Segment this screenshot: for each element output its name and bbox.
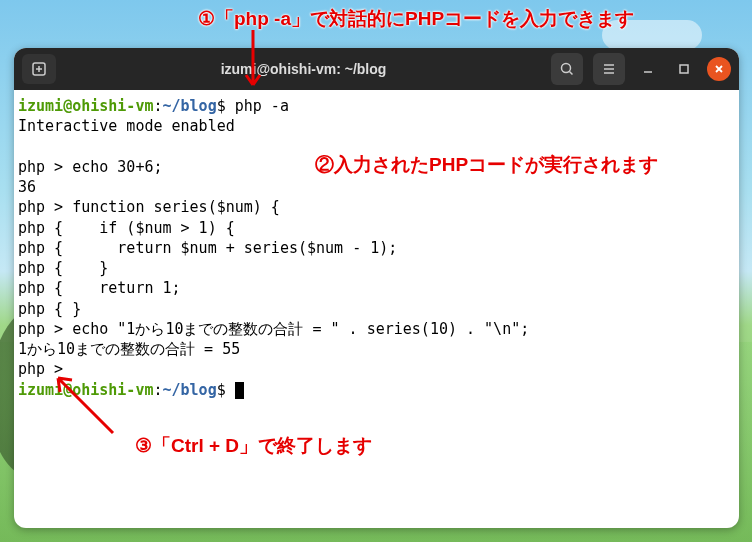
php-line-4: php { if ($num > 1) {: [18, 219, 235, 237]
window-titlebar: izumi@ohishi-vm: ~/blog: [14, 48, 739, 90]
annotation-2: ②入力されたPHPコードが実行されます: [315, 152, 658, 178]
terminal-content[interactable]: izumi@ohishi-vm:~/blog$ php -a Interacti…: [14, 90, 739, 406]
prompt-sigil: $: [217, 97, 226, 115]
maximize-button[interactable]: [671, 56, 697, 82]
prompt-path-2: ~/blog: [163, 381, 217, 399]
prompt-path: ~/blog: [163, 97, 217, 115]
php-line-5: php { return $num + series($num - 1);: [18, 239, 397, 257]
annotation-1: ①「php -a」で対話的にPHPコードを入力できます: [198, 6, 634, 32]
svg-rect-2: [680, 65, 688, 73]
php-line-1: php > echo 30+6;: [18, 158, 163, 176]
output-interactive: Interactive mode enabled: [18, 117, 235, 135]
prompt-sigil-2: $: [217, 381, 226, 399]
search-button[interactable]: [551, 53, 583, 85]
php-line-3: php > function series($num) {: [18, 198, 280, 216]
php-line-6: php { }: [18, 259, 108, 277]
svg-point-1: [562, 64, 571, 73]
hamburger-menu-button[interactable]: [593, 53, 625, 85]
arrow-1: [238, 30, 268, 100]
php-line-9: php > echo "1から10までの整数の合計 = " . series(1…: [18, 320, 529, 338]
annotation-3: ③「Ctrl + D」で終了します: [135, 433, 372, 459]
window-title: izumi@ohishi-vm: ~/blog: [64, 61, 543, 77]
close-button[interactable]: [707, 57, 731, 81]
prompt-userhost: izumi@ohishi-vm: [18, 97, 153, 115]
php-output-2: 1から10までの整数の合計 = 55: [18, 340, 240, 358]
prompt-sep-2: :: [153, 381, 162, 399]
minimize-button[interactable]: [635, 56, 661, 82]
prompt-sep: :: [153, 97, 162, 115]
php-line-7: php { return 1;: [18, 279, 181, 297]
terminal-cursor: [235, 382, 244, 399]
terminal-window: izumi@ohishi-vm: ~/blog izumi@ohishi-vm:…: [14, 48, 739, 528]
php-output-1: 36: [18, 178, 36, 196]
php-line-8: php { }: [18, 300, 81, 318]
arrow-3: [48, 368, 128, 438]
new-tab-button[interactable]: [22, 54, 56, 84]
